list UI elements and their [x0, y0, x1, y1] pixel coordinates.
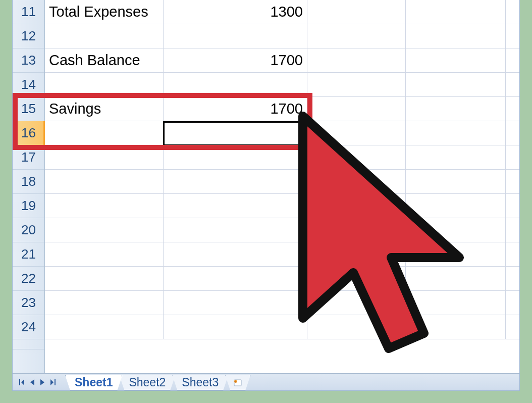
row-header[interactable]: 12: [13, 24, 44, 48]
cell[interactable]: [406, 145, 506, 169]
prev-sheet-icon[interactable]: [29, 378, 36, 386]
cell[interactable]: [406, 291, 506, 315]
cell[interactable]: 1300: [164, 0, 307, 24]
cell[interactable]: [45, 24, 164, 48]
row-header-active[interactable]: 16: [13, 121, 44, 145]
cell[interactable]: [45, 194, 164, 218]
row-header[interactable]: 22: [13, 267, 44, 291]
table-row: [45, 242, 519, 267]
table-row: [45, 24, 519, 48]
cell[interactable]: [45, 121, 164, 145]
row-header[interactable]: 17: [13, 145, 44, 170]
row-header[interactable]: 15: [13, 97, 44, 121]
table-row: [45, 194, 519, 218]
cell[interactable]: [164, 73, 307, 96]
cell[interactable]: [45, 267, 164, 290]
table-row: [45, 291, 519, 315]
cell[interactable]: [406, 267, 506, 290]
sheet-tab[interactable]: Sheet3: [172, 375, 228, 390]
table-row: [45, 267, 519, 291]
cell[interactable]: [164, 315, 307, 339]
cell[interactable]: [45, 242, 164, 266]
cell[interactable]: [307, 291, 406, 315]
cell[interactable]: [406, 48, 506, 72]
cell[interactable]: [307, 97, 406, 121]
cell[interactable]: [45, 145, 164, 169]
cell[interactable]: [164, 170, 307, 193]
workbook-window: 11 12 13 14 15 16 17 18 19 20 21 22 23 2…: [12, 0, 520, 391]
cell[interactable]: [307, 267, 406, 290]
row-header[interactable]: 23: [13, 291, 44, 315]
cell[interactable]: [164, 267, 307, 290]
row-header[interactable]: 20: [13, 218, 44, 242]
cell[interactable]: [406, 97, 506, 121]
first-sheet-icon[interactable]: [18, 378, 26, 386]
cell[interactable]: [45, 73, 164, 96]
table-row: [45, 145, 519, 170]
sheet-tab[interactable]: Sheet1: [65, 375, 122, 390]
row-header[interactable]: 24: [13, 315, 44, 339]
table-row: [45, 73, 519, 97]
row-header[interactable]: 18: [13, 170, 44, 194]
cell[interactable]: [164, 291, 307, 315]
sheet-tabs-bar: Sheet1 Sheet2 Sheet3: [13, 373, 519, 390]
cell[interactable]: [406, 24, 506, 48]
table-row: [45, 170, 519, 194]
cells-area[interactable]: Total Expenses 1300 Cash Balance 1700: [45, 0, 519, 373]
tab-nav-buttons: [14, 378, 61, 386]
table-row: Total Expenses 1300: [45, 0, 519, 24]
cell[interactable]: Cash Balance: [45, 48, 164, 72]
spreadsheet-grid[interactable]: 11 12 13 14 15 16 17 18 19 20 21 22 23 2…: [13, 0, 519, 373]
cell[interactable]: 1700: [164, 48, 307, 72]
next-sheet-icon[interactable]: [39, 378, 46, 386]
cell[interactable]: [307, 242, 406, 266]
cell[interactable]: Savings: [45, 97, 164, 121]
cell[interactable]: [307, 73, 406, 96]
cell[interactable]: [406, 121, 506, 145]
cell[interactable]: Total Expenses: [45, 0, 164, 24]
cell[interactable]: [45, 170, 164, 193]
cell[interactable]: [307, 194, 406, 218]
cell[interactable]: [307, 315, 406, 339]
row-header[interactable]: 14: [13, 73, 44, 97]
row-header[interactable]: 11: [13, 0, 44, 24]
cell[interactable]: [406, 218, 506, 242]
table-row: Savings 1700: [45, 97, 519, 121]
sheet-tab[interactable]: Sheet2: [119, 375, 175, 390]
cell[interactable]: [406, 170, 506, 193]
sheet-tabs: Sheet1 Sheet2 Sheet3: [65, 374, 247, 390]
cell[interactable]: [45, 218, 164, 242]
cell[interactable]: [307, 48, 406, 72]
cell[interactable]: [406, 73, 506, 96]
cell[interactable]: [164, 242, 307, 266]
cell[interactable]: [307, 0, 406, 24]
cell[interactable]: [307, 218, 406, 242]
cell[interactable]: [164, 145, 307, 169]
cell-active[interactable]: [164, 121, 307, 145]
cell[interactable]: [307, 24, 406, 48]
cell[interactable]: [406, 194, 506, 218]
cell[interactable]: [307, 145, 406, 169]
row-headers: 11 12 13 14 15 16 17 18 19 20 21 22 23 2…: [13, 0, 45, 373]
fill-handle[interactable]: [305, 144, 309, 148]
cell[interactable]: [164, 194, 307, 218]
row-header[interactable]: 13: [13, 48, 44, 73]
table-row: [45, 315, 519, 339]
table-row: [45, 218, 519, 242]
row-header[interactable]: 19: [13, 194, 44, 218]
cell[interactable]: [406, 0, 506, 24]
cell[interactable]: [307, 170, 406, 193]
new-sheet-button[interactable]: [225, 375, 250, 390]
last-sheet-icon[interactable]: [49, 378, 57, 386]
row-header[interactable]: 21: [13, 242, 44, 267]
table-row: Cash Balance 1700: [45, 48, 519, 73]
cell[interactable]: 1700: [164, 97, 307, 121]
cell[interactable]: [164, 24, 307, 48]
cell[interactable]: [406, 315, 506, 339]
cell[interactable]: [45, 315, 164, 339]
row-header[interactable]: [13, 339, 44, 349]
cell[interactable]: [45, 291, 164, 315]
cell[interactable]: [307, 121, 406, 145]
cell[interactable]: [406, 242, 506, 266]
cell[interactable]: [164, 218, 307, 242]
